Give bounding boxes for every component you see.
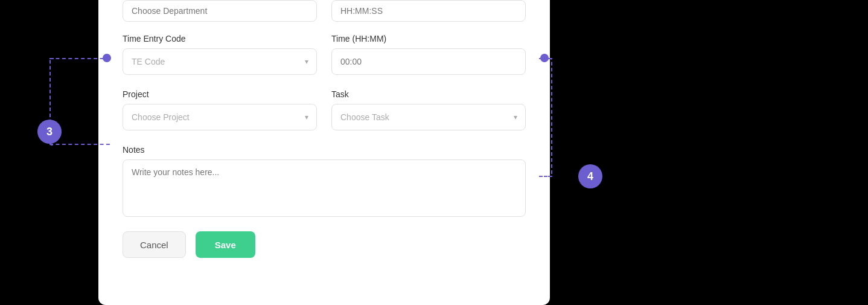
time-partial-field [331, 0, 526, 22]
task-field: Task Choose Task ▾ [331, 89, 526, 130]
department-field [123, 0, 317, 22]
modal-container: Time Entry Code TE Code ▾ Time (HH:MM) P… [98, 0, 550, 305]
te-code-select[interactable]: TE Code [123, 48, 317, 75]
task-select-wrapper: Choose Task ▾ [331, 104, 526, 130]
time-partial-input[interactable] [331, 0, 526, 22]
time-label: Time (HH:MM) [331, 34, 526, 43]
notes-field: Notes [123, 145, 526, 217]
te-code-field: Time Entry Code TE Code ▾ [123, 34, 317, 75]
dashed-bracket-right [548, 58, 552, 177]
dashed-top-left [49, 58, 110, 60]
project-field: Project Choose Project ▾ [123, 89, 317, 130]
notes-label: Notes [123, 145, 526, 155]
dashed-bottom-left [49, 144, 110, 146]
te-code-time-row: Time Entry Code TE Code ▾ Time (HH:MM) [123, 34, 526, 75]
time-field: Time (HH:MM) [331, 34, 526, 75]
annotation-circle-3: 3 [37, 120, 62, 144]
time-input[interactable] [331, 48, 526, 75]
te-code-label: Time Entry Code [123, 34, 317, 43]
te-code-select-wrapper: TE Code ▾ [123, 48, 317, 75]
cancel-button[interactable]: Cancel [123, 231, 186, 258]
task-label: Task [331, 89, 526, 99]
project-select-wrapper: Choose Project ▾ [123, 104, 317, 130]
annotation-circle-4: 4 [578, 164, 602, 188]
task-select[interactable]: Choose Task [331, 104, 526, 130]
dot-left [103, 54, 111, 62]
button-row: Cancel Save [123, 231, 526, 258]
dot-right [540, 54, 549, 62]
project-select[interactable]: Choose Project [123, 104, 317, 130]
dashed-bottom-right [539, 176, 552, 178]
department-input[interactable] [123, 0, 317, 22]
project-task-row: Project Choose Project ▾ Task Choose Tas… [123, 89, 526, 130]
top-partial-row [123, 0, 526, 22]
save-button[interactable]: Save [196, 231, 255, 258]
notes-textarea[interactable] [123, 159, 526, 217]
project-label: Project [123, 89, 317, 99]
